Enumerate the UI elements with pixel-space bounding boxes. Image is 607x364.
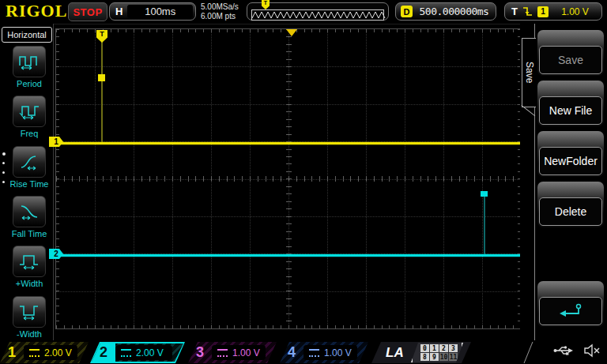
memory-depth: 6.00M pts: [201, 12, 239, 21]
measure-menu-title: Horizontal: [2, 27, 52, 43]
rigol-logo: RIGOL: [6, 1, 67, 21]
run-state-badge[interactable]: STOP: [68, 2, 107, 21]
rise-time-icon: [13, 146, 46, 178]
menu-item-label: +Width: [8, 279, 51, 288]
return-arrow-icon: [556, 303, 585, 319]
ch2-pulse-edge: [484, 197, 485, 255]
right-softkey-menu: Save Save New File NewFolder Delete: [520, 24, 607, 340]
la-digit-2: 2: [439, 344, 448, 352]
menu-tab-save: Save: [522, 38, 536, 107]
la-digit-8: 8: [420, 353, 429, 361]
new-folder-button[interactable]: NewFolder: [537, 131, 604, 177]
trigger-level-value: 1.00 V: [549, 6, 601, 17]
dc-coupling-icon: [29, 349, 40, 357]
la-digit-1: 1: [430, 344, 439, 352]
trigger-label: T: [511, 6, 518, 17]
waveform-preview[interactable]: T: [247, 2, 389, 21]
la-digit-grid: 0123456789101112131415: [411, 343, 463, 362]
la-digit-15: 15: [493, 353, 502, 361]
la-digit-10: 10: [439, 353, 448, 361]
oscilloscope-screen: RIGOL STOP H 100ms 5.00MSa/s 6.00M pts T…: [0, 0, 607, 364]
preview-zigzag-waveform: [252, 10, 386, 20]
menu-item-period[interactable]: Period: [8, 46, 51, 88]
graticule: T: [55, 28, 522, 329]
channel-number: 3: [188, 344, 212, 361]
ch1-pulse-edge: [101, 42, 103, 143]
ch1-pulse-peak: [98, 74, 105, 81]
save-button[interactable]: Save: [537, 30, 604, 76]
menu-item-freq[interactable]: Freq: [8, 96, 51, 138]
delete-button[interactable]: Delete: [537, 182, 604, 227]
la-digit-6: 6: [484, 344, 492, 352]
menu-item-minus-width[interactable]: -Width: [8, 296, 51, 339]
la-digit-7: 7: [493, 344, 502, 352]
delay-value: 500.000000ms: [413, 6, 496, 17]
freq-icon: [13, 96, 46, 127]
la-label: LA: [386, 345, 404, 361]
period-icon: [13, 46, 46, 77]
channel-scale: 2.00 V: [136, 347, 164, 358]
minus-width-icon: [13, 296, 46, 328]
bottom-channel-bar: 1 2.00 V 2 2.00 V 3 1.00 V 4: [0, 341, 607, 364]
logic-analyzer-status[interactable]: LA 0123456789101112131415: [371, 342, 471, 363]
delay-badge: D: [401, 6, 413, 17]
channel-scale: 2.00 V: [44, 347, 72, 358]
channel-scale: 1.00 V: [232, 347, 260, 358]
ch2-pulse-peak: [481, 191, 488, 197]
left-measure-menu: Horizontal Period Freq Rise Time Fall Ti…: [0, 24, 54, 340]
fall-time-icon: [13, 196, 46, 227]
la-digit-5: 5: [474, 344, 483, 352]
menu-item-fall-time[interactable]: Fall Time: [8, 196, 51, 238]
dc-coupling-icon: [309, 349, 319, 357]
channel-scale: 1.00 V: [324, 347, 352, 358]
la-digit-14: 14: [484, 353, 492, 361]
center-horizontal-axis: [56, 176, 521, 182]
menu-item-label: Fall Time: [8, 229, 51, 238]
falling-edge-icon: [522, 6, 533, 17]
menu-item-plus-width[interactable]: +Width: [8, 246, 51, 288]
channel-number: 2: [92, 343, 115, 362]
la-digit-4: 4: [465, 344, 473, 352]
trigger-source-badge: 1: [537, 6, 549, 17]
preview-window: [251, 9, 384, 21]
ch2-trace: [56, 254, 521, 257]
acquisition-info: 5.00MSa/s 6.00M pts: [201, 2, 239, 21]
la-digit-11: 11: [449, 353, 458, 361]
menu-item-rise-time[interactable]: Rise Time: [8, 146, 51, 189]
la-digit-0: 0: [420, 344, 429, 352]
channel-2-status[interactable]: 2 2.00 V: [90, 342, 185, 363]
delay-box[interactable]: D 500.000000ms: [395, 2, 496, 21]
dc-coupling-icon: [217, 349, 228, 357]
ch1-trace: [56, 142, 521, 144]
top-status-bar: RIGOL STOP H 100ms 5.00MSa/s 6.00M pts T…: [0, 0, 607, 24]
channel-4-status[interactable]: 4 1.00 V: [280, 342, 368, 363]
channel-number: 4: [280, 344, 304, 361]
menu-item-label: Freq: [8, 129, 51, 138]
menu-item-label: Period: [8, 79, 51, 88]
la-digit-9: 9: [430, 353, 439, 361]
la-digit-13: 13: [474, 353, 483, 361]
channel-1-status[interactable]: 1 2.00 V: [0, 342, 89, 363]
la-digit-3: 3: [449, 344, 458, 352]
channel-number: 1: [0, 344, 24, 361]
plus-width-icon: [13, 246, 46, 277]
channel-3-status[interactable]: 3 1.00 V: [188, 342, 277, 363]
trigger-position-flag: T: [96, 30, 107, 43]
menu-item-label: -Width: [8, 329, 51, 339]
timebase-value: 100ms: [127, 5, 193, 18]
la-digit-12: 12: [465, 353, 473, 361]
delay-center-marker: [286, 29, 297, 36]
horizontal-timebase-box[interactable]: H 100ms: [109, 2, 196, 21]
horizontal-label: H: [115, 6, 123, 17]
usb-icon: [553, 344, 574, 357]
speaker-muted-icon: [583, 343, 601, 358]
status-separator: [524, 342, 533, 363]
back-button[interactable]: [537, 281, 604, 327]
sample-rate: 5.00MSa/s: [201, 2, 239, 12]
new-file-button[interactable]: New File: [537, 81, 604, 126]
trigger-info-box[interactable]: T 1 1.00 V: [504, 2, 602, 21]
dc-coupling-icon: [121, 349, 131, 357]
preview-trigger-flag: T: [262, 0, 270, 9]
menu-item-label: Rise Time: [8, 179, 51, 189]
